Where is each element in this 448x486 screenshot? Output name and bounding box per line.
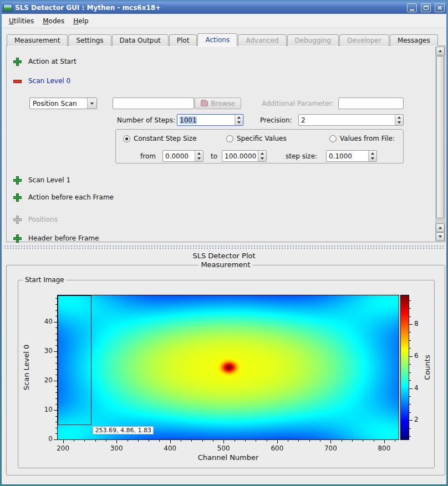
arrow-down-icon xyxy=(439,236,442,238)
dock-splitter-handle[interactable] xyxy=(4,245,444,250)
spin-down-icon[interactable] xyxy=(395,120,403,126)
expand-plus-icon[interactable] xyxy=(14,58,21,65)
x-axis-tick-label: 200 xyxy=(52,444,74,452)
y-axis-minor-tick xyxy=(55,433,57,434)
radio-label: Specific Values xyxy=(237,135,287,142)
browse-button: Browse xyxy=(195,98,241,109)
radio-values-from-file[interactable]: Values from File: xyxy=(329,135,395,142)
tab-messages[interactable]: Messages xyxy=(390,34,438,46)
action-row-label: Action at Start xyxy=(28,58,77,65)
combo-dropdown-button[interactable] xyxy=(87,98,96,109)
scroll-up-button-2[interactable] xyxy=(436,223,445,232)
vertical-scrollbar[interactable] xyxy=(435,47,444,241)
spin-up-icon[interactable] xyxy=(395,115,403,120)
spin-up-icon[interactable] xyxy=(235,115,243,120)
spin-down-icon[interactable] xyxy=(195,156,203,162)
action-before-frame-row[interactable]: Action before each Frame xyxy=(14,193,114,201)
tab-advanced: Advanced xyxy=(238,34,286,46)
x-axis-tick xyxy=(223,440,224,443)
x-axis-minor-tick xyxy=(298,440,299,442)
y-axis-tick xyxy=(54,410,57,411)
cursor-readout: 253.69, 4.86, 1.83 xyxy=(93,426,153,434)
spin-buttons[interactable] xyxy=(368,151,376,161)
spin-buttons[interactable] xyxy=(395,115,403,125)
start-image-groupbox: Start Image 253.69, 4.86, 1.83 Scan Leve… xyxy=(18,280,435,468)
to-value: 100.0000 xyxy=(225,152,257,160)
spin-down-icon[interactable] xyxy=(235,120,243,126)
spin-up-icon[interactable] xyxy=(369,151,376,156)
menu-bar: Utilities Modes Help xyxy=(2,14,446,28)
to-spinbox[interactable]: 100.0000 xyxy=(222,150,267,162)
menu-utilities[interactable]: Utilities xyxy=(4,16,38,27)
scrollbar-thumb[interactable] xyxy=(436,56,444,218)
y-axis-minor-tick xyxy=(55,398,57,399)
app-window: SLS Detector GUI : Mythen - mcs6x18+ Uti… xyxy=(2,2,446,484)
action-row-label: Header before Frame xyxy=(28,234,99,242)
number-of-steps-spinbox[interactable]: 1001 xyxy=(177,114,243,126)
scroll-down-button[interactable] xyxy=(436,232,445,241)
x-axis-minor-tick xyxy=(84,440,85,442)
scan-level-1-row[interactable]: Scan Level 1 xyxy=(14,176,70,184)
from-label: from xyxy=(140,152,156,160)
menu-help[interactable]: Help xyxy=(69,16,93,27)
step-size-spinbox[interactable]: 0.1000 xyxy=(326,150,377,162)
x-axis-tick-label: 300 xyxy=(105,444,128,452)
x-axis-minor-tick xyxy=(309,440,310,442)
tab-data-output[interactable]: Data Output xyxy=(112,34,169,46)
precision-spinbox[interactable]: 2 xyxy=(298,114,404,126)
step-size-value: 0.1000 xyxy=(329,152,367,160)
expand-plus-icon[interactable] xyxy=(14,235,21,242)
y-axis-label: Scan Level 0 xyxy=(22,345,30,390)
tab-actions[interactable]: Actions xyxy=(197,33,237,46)
x-axis-minor-tick xyxy=(342,440,342,442)
x-axis-minor-tick xyxy=(352,440,353,442)
y-axis-minor-tick xyxy=(55,357,57,357)
x-axis-minor-tick xyxy=(95,440,96,442)
tab-settings[interactable]: Settings xyxy=(68,34,111,46)
additional-parameter-input[interactable] xyxy=(338,98,404,109)
spin-up-icon[interactable] xyxy=(195,151,203,156)
colorbar-minor-tick xyxy=(409,404,411,405)
radio-constant-step-size[interactable]: Constant Step Size xyxy=(123,135,197,142)
browse-button-label: Browse xyxy=(211,100,235,108)
radio-specific-values[interactable]: Specific Values xyxy=(226,135,287,142)
spin-down-icon[interactable] xyxy=(369,156,376,162)
minimize-button[interactable] xyxy=(407,3,417,12)
y-axis-minor-tick xyxy=(55,328,57,328)
precision-label: Precision: xyxy=(260,116,292,124)
collapse-minus-icon[interactable] xyxy=(14,78,21,85)
colorbar-tick-label: 8 xyxy=(414,320,419,328)
colorbar-minor-tick xyxy=(409,372,411,373)
x-axis-tick xyxy=(116,440,117,443)
scan-mode-select[interactable]: Position Scan xyxy=(29,98,97,109)
heatmap-canvas[interactable] xyxy=(57,295,399,440)
spin-up-icon[interactable] xyxy=(258,151,266,156)
expand-plus-icon[interactable] xyxy=(14,194,21,201)
app-icon xyxy=(3,4,12,12)
action-at-start-row[interactable]: Action at Start xyxy=(14,58,77,65)
tab-measurement[interactable]: Measurement xyxy=(7,34,68,46)
spin-down-icon[interactable] xyxy=(258,156,266,162)
header-before-frame-row[interactable]: Header before Frame xyxy=(14,234,99,242)
tab-plot[interactable]: Plot xyxy=(169,34,197,46)
maximize-button[interactable] xyxy=(421,3,431,12)
scroll-up-button[interactable] xyxy=(436,47,445,55)
close-button[interactable] xyxy=(435,3,445,12)
spin-buttons[interactable] xyxy=(195,151,203,161)
colorbar-minor-tick xyxy=(409,364,411,365)
action-row-label: Scan Level 1 xyxy=(28,176,70,184)
spin-buttons[interactable] xyxy=(235,115,243,125)
spin-buttons[interactable] xyxy=(258,151,266,161)
title-bar[interactable]: SLS Detector GUI : Mythen - mcs6x18+ xyxy=(2,2,446,14)
main-content: Measurement Settings Data Output Plot Ac… xyxy=(2,28,446,484)
menu-modes[interactable]: Modes xyxy=(38,16,69,27)
x-axis-minor-tick xyxy=(267,440,267,442)
measurement-groupbox: Measurement Start Image 253.69, 4.86, 1.… xyxy=(6,265,445,475)
y-axis-minor-tick xyxy=(55,340,57,340)
x-axis-minor-tick xyxy=(256,440,256,442)
expand-plus-icon[interactable] xyxy=(14,177,21,184)
colorbar-minor-tick xyxy=(409,412,411,413)
from-spinbox[interactable]: 0.0000 xyxy=(162,150,203,162)
scan-level-0-row[interactable]: Scan Level 0 xyxy=(14,77,70,85)
scan-script-input[interactable] xyxy=(113,98,194,109)
